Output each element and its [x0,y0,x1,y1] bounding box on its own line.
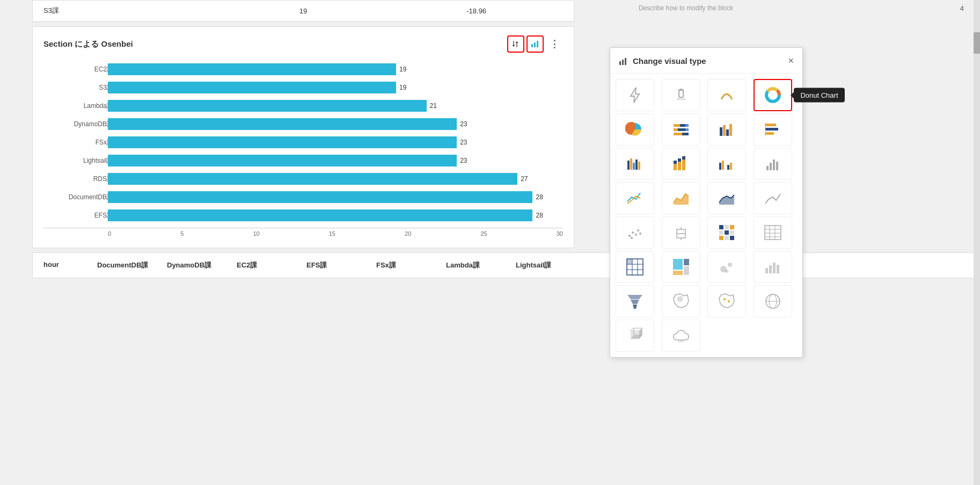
bar-fill-4 [108,136,457,148]
treemap-icon[interactable] [662,251,700,283]
svg-rect-19 [685,128,689,131]
line-single-icon[interactable] [754,182,792,214]
bar-row-2: Lambda課 21 [43,98,563,114]
arc-icon[interactable] [707,79,746,111]
svg-rect-37 [678,162,681,170]
bar-value-1: 19 [399,84,406,91]
close-panel-button[interactable]: × [788,55,794,67]
svg-point-13 [770,92,776,98]
svg-rect-45 [766,166,769,170]
svg-rect-21 [682,133,689,135]
svg-rect-46 [770,163,772,170]
svg-point-86 [725,270,728,273]
table-icon[interactable] [754,216,792,249]
svg-rect-81 [673,271,683,275]
bar-fill-0 [108,63,396,75]
svg-rect-34 [638,162,640,170]
svg-rect-62 [719,230,723,235]
svg-rect-59 [719,225,723,229]
svg-point-95 [728,300,730,302]
bar-single-icon[interactable] [754,148,792,180]
svg-rect-89 [773,263,776,273]
svg-rect-24 [726,129,729,136]
bubble-icon[interactable] [707,251,746,283]
box-plot-icon[interactable] [662,216,700,249]
area-chart-icon[interactable] [662,182,700,214]
svg-rect-36 [674,161,677,164]
svg-rect-87 [765,268,768,273]
x-label: 0 [108,230,111,237]
svg-point-51 [635,234,637,236]
chart-header: Section による Osenbei ⋮ [43,35,563,53]
cloud-icon[interactable] [662,320,700,352]
corner-number: 4 [960,4,964,12]
svg-marker-92 [631,300,639,304]
waterfall-icon[interactable] [754,251,792,283]
main-container: Describe how to modify the block 4 S3課 1… [0,0,980,485]
sort-icon [511,40,520,48]
svg-rect-79 [627,259,632,264]
sort-button[interactable] [507,35,524,53]
bar-stacked-color-icon[interactable] [662,148,700,180]
line-area-icon[interactable] [707,182,746,214]
bar-value-4: 23 [460,139,467,146]
svg-rect-90 [777,265,779,273]
donut-icon[interactable]: Donut Chart [754,79,792,111]
bar-container-2: 21 [108,100,563,112]
bar-fill-1 [108,82,396,93]
heatmap-icon[interactable] [707,216,746,249]
x-label: 20 [405,230,411,237]
svg-point-54 [639,233,641,235]
svg-rect-26 [765,124,776,126]
svg-rect-88 [769,265,772,273]
pivot-table-icon[interactable] [616,251,654,283]
svg-rect-64 [730,230,734,235]
bar-value-5: 23 [460,157,467,164]
bar-grouped2-icon[interactable] [616,148,654,180]
svg-point-50 [632,231,634,234]
bar-row-1: S3課 19 [43,79,563,96]
globe-map-icon[interactable] [754,285,792,317]
map-filled-icon[interactable] [662,285,700,317]
bar-row-4: FSx課 23 [43,134,563,150]
x-label: 5 [180,230,184,237]
scrollbar[interactable] [974,0,980,485]
svg-rect-33 [635,160,638,170]
bottom-col-DynamoDB課: DynamoDB課 [167,260,237,270]
bar-value-0: 19 [399,66,406,73]
bar-fill-6 [108,173,517,185]
svg-rect-9 [677,98,685,100]
chart-type-button[interactable] [526,35,544,53]
visual-type-grid: Donut Chart [610,74,802,357]
bar-value-7: 28 [536,193,543,201]
horizontal-bar-labeled-icon[interactable] [754,113,792,146]
svg-rect-0 [531,44,533,47]
horizontal-bar-stacked-icon[interactable] [662,113,700,146]
map-points-icon[interactable] [707,285,746,317]
kpi-icon[interactable] [616,79,654,111]
svg-rect-66 [725,236,729,240]
funnel-icon[interactable] [616,285,654,317]
chart-card: Section による Osenbei ⋮ [32,26,574,248]
pie-icon[interactable] [616,113,654,146]
svg-rect-65 [719,236,723,240]
svg-marker-6 [631,88,639,103]
svg-rect-82 [684,259,689,265]
line-multi-icon[interactable] [616,182,654,214]
gauge-icon[interactable] [662,79,700,111]
bar-row-0: EC2課 19 [43,61,563,77]
svg-rect-44 [730,163,732,170]
svg-rect-68 [765,226,781,240]
bar-grouped-icon[interactable] [707,113,746,146]
bar-row-6: RDS課 27 [43,171,563,187]
bottom-col-Lightsail課: Lightsail課 [516,260,586,270]
scrollbar-thumb[interactable] [974,32,980,54]
scatter-icon[interactable] [616,216,654,249]
3d-box-icon[interactable] [616,320,654,352]
svg-rect-7 [679,90,683,97]
bar-grouped3-icon[interactable] [707,148,746,180]
bottom-col-DocumentDB課: DocumentDB課 [97,260,167,270]
more-options-button[interactable]: ⋮ [546,35,563,53]
svg-rect-40 [682,156,685,160]
svg-point-52 [631,237,633,239]
